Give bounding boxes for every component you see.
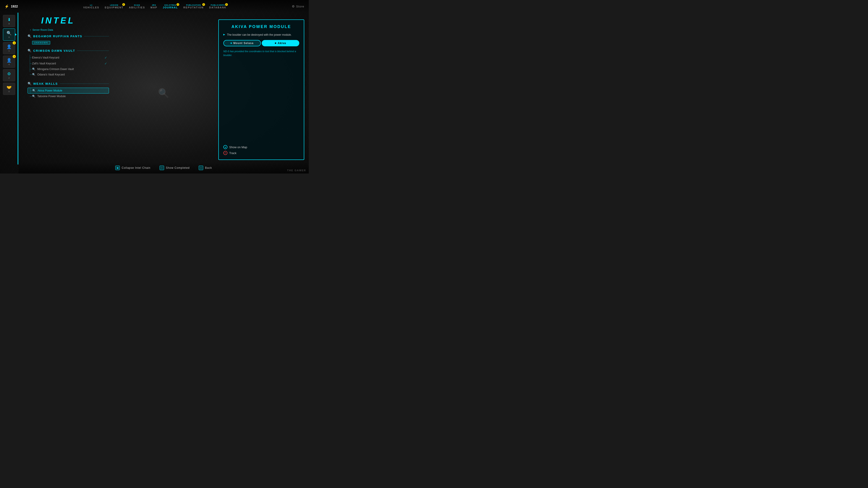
nav-map-label: MAP: [151, 6, 157, 9]
sidebar-btn-person1[interactable]: 👤 1 1: [3, 42, 15, 54]
nav-abilities[interactable]: SCAN ABILITIES: [127, 3, 147, 10]
intel-item-akiva[interactable]: 🔍 Akiva Power Module: [28, 88, 109, 94]
sidebar-btn-3-badge: 1: [13, 55, 16, 58]
eleera-check-icon: ✓: [104, 56, 107, 59]
location-secondary[interactable]: Akiva: [262, 40, 299, 46]
sidebar-btn-person2[interactable]: 👤 4 1: [3, 56, 15, 68]
nav-equipment-key: LEGION: [110, 4, 119, 6]
nav-reputation-label: REPUTATION: [183, 6, 204, 9]
intel-item-mirogana[interactable]: 🔍 Mirogana Crimson Dawn Vault: [28, 66, 109, 72]
intel-item-odana[interactable]: 🔍 Odana's Vault Keycard: [28, 72, 109, 77]
location-primary[interactable]: Mount Selasa: [223, 40, 261, 46]
category-begamor: 🔍 BEGAMOR RUFFIAN PANTS UNKNOWN: [28, 33, 109, 44]
location-secondary-dot: [275, 42, 276, 44]
tatooine-module-label: Tatooine Power Module: [37, 95, 66, 98]
collapse-intel-chain-button[interactable]: ▣ Collapse Intel Chain: [115, 166, 150, 170]
track-label: Track: [229, 151, 237, 155]
top-navigation: ⚡ 1922 L1 VEHICLES LEGION EQUIPMENT 1 SC…: [0, 0, 309, 13]
nav-databank[interactable]: PUBLICORPS DATABANK 1: [207, 3, 229, 10]
energy-value: 1922: [11, 4, 18, 8]
mirogana-vault-label: Mirogana Crimson Dawn Vault: [37, 68, 74, 71]
show-completed-icon: ○: [160, 166, 164, 170]
sidebar-btn-download[interactable]: ⬇ 9: [3, 15, 15, 27]
detail-panel: AKIVA POWER MODULE ▶ The boulder can be …: [218, 20, 304, 160]
category-weak-walls-header[interactable]: 🔍 WEAK WALLS: [28, 81, 109, 86]
location-secondary-label: Akiva: [278, 41, 286, 45]
show-on-map-button[interactable]: ▲ Show on Map: [223, 144, 299, 150]
detail-arrow-icon: ▶: [223, 33, 225, 37]
person1-icon: 👤: [6, 44, 11, 49]
energy-icon: ⚡: [4, 4, 9, 8]
nav-journal-label: JOURNAL: [163, 6, 178, 9]
nav-journal[interactable]: HOLOTREK JOURNAL 1: [160, 3, 180, 10]
nav-reputation[interactable]: PUBLICATION REPUTATION 1: [181, 3, 206, 10]
download-icon: ⬇: [7, 17, 11, 22]
back-button[interactable]: ○ Back: [199, 166, 212, 170]
detail-actions: ▲ Show on Map ✕ Track: [223, 144, 299, 156]
handshake-icon: 🤝: [6, 85, 11, 90]
nav-equipment-label: EQUIPMENT: [105, 6, 123, 9]
sidebar-btn-gear[interactable]: ⚙ 2: [3, 69, 15, 81]
zafi-keycard-label: Zafi's Vault Keycard: [32, 62, 56, 65]
sidebar-btn-handshake[interactable]: 🤝 0: [3, 83, 15, 95]
sidebar-btn-3-count: 4: [8, 63, 9, 66]
show-completed-label: Show Completed: [166, 166, 190, 169]
nav-map[interactable]: JRS MAP: [148, 3, 160, 10]
nav-reputation-badge: 1: [202, 3, 205, 6]
tree-branch-0: [30, 58, 32, 58]
category-begamor-header[interactable]: 🔍 BEGAMOR RUFFIAN PANTS: [28, 33, 109, 39]
store-button[interactable]: ⚙ Store: [292, 4, 304, 8]
weak-walls-category-icon: 🔍: [28, 82, 31, 86]
akiva-module-label: Akiva Power Module: [37, 89, 62, 92]
nav-databank-badge: 1: [225, 3, 228, 6]
nav-menu: L1 VEHICLES LEGION EQUIPMENT 1 SCAN ABIL…: [81, 3, 229, 10]
tree-branch-akiva: [30, 91, 32, 91]
begamor-title: BEGAMOR RUFFIAN PANTS: [33, 35, 82, 38]
store-icon: ⚙: [292, 4, 295, 8]
gear-icon: ⚙: [7, 71, 11, 76]
left-sidebar: ⬇ 9 🔍 9 👤 1 1 👤 4 1 ⚙ 2 🤝 0: [0, 13, 18, 173]
nav-databank-key: PUBLICORPS: [211, 4, 225, 6]
page-title: INTEL: [41, 16, 75, 26]
sidebar-btn-2-count: 1: [8, 50, 9, 52]
tree-branch-2: [30, 69, 32, 69]
nav-vehicles-key: L1: [90, 4, 92, 6]
intel-item-zafi[interactable]: Zafi's Vault Keycard ✓: [28, 61, 109, 66]
collapse-icon: ▣: [115, 166, 120, 170]
intel-list[interactable]: ↑ Server Room Data 🔍 BEGAMOR RUFFIAN PAN…: [28, 29, 109, 160]
nav-abilities-key: SCAN: [134, 4, 140, 6]
sidebar-btn-0-count: 9: [8, 23, 9, 25]
nav-reputation-key: PUBLICATION: [186, 4, 201, 6]
detail-description-text: The boulder can be destroyed with the po…: [227, 33, 291, 37]
eleera-keycard-label: Eleera's Vault Keycard: [32, 56, 59, 59]
sidebar-btn-search[interactable]: 🔍 9: [3, 29, 15, 41]
crimson-dawn-divider: [77, 51, 109, 51]
nav-equipment[interactable]: LEGION EQUIPMENT 1: [102, 3, 126, 10]
location-primary-dot: [230, 42, 232, 44]
location-primary-label: Mount Selasa: [233, 41, 253, 45]
show-completed-button[interactable]: ○ Show Completed: [160, 166, 190, 170]
akiva-search-icon: 🔍: [32, 89, 36, 92]
track-button[interactable]: ✕ Track: [223, 150, 299, 156]
intel-item-eleera[interactable]: Eleera's Vault Keycard ✓: [28, 55, 109, 61]
person2-icon: 👤: [6, 58, 11, 63]
weak-walls-divider: [60, 84, 109, 84]
scroll-up-icon: ↑: [30, 29, 31, 31]
intel-item-tatooine[interactable]: 🔍 Tatooine Power Module: [28, 94, 109, 99]
nav-vehicles[interactable]: L1 VEHICLES: [81, 3, 101, 10]
sidebar-btn-5-count: 0: [8, 90, 9, 93]
category-crimson-dawn-header[interactable]: 🔍 CRIMSON DAWN VAULT: [28, 48, 109, 53]
begamor-status-badge: UNKNOWN: [32, 41, 50, 44]
location-row: Mount Selasa Akiva: [223, 40, 299, 46]
back-icon: ○: [199, 166, 203, 170]
nav-equipment-badge: 1: [122, 3, 125, 6]
store-label: Store: [296, 5, 304, 8]
weak-walls-title: WEAK WALLS: [33, 82, 58, 86]
category-crimson-dawn: 🔍 CRIMSON DAWN VAULT Eleera's Vault Keyc…: [28, 48, 109, 77]
scroll-indicator-label: Server Room Data: [33, 29, 53, 31]
nav-journal-badge: 1: [177, 3, 179, 6]
sidebar-btn-4-count: 2: [8, 77, 9, 79]
watermark: THE GAMER: [287, 169, 306, 172]
search-icon: 🔍: [6, 31, 11, 36]
mirogana-search-icon: 🔍: [32, 68, 35, 71]
